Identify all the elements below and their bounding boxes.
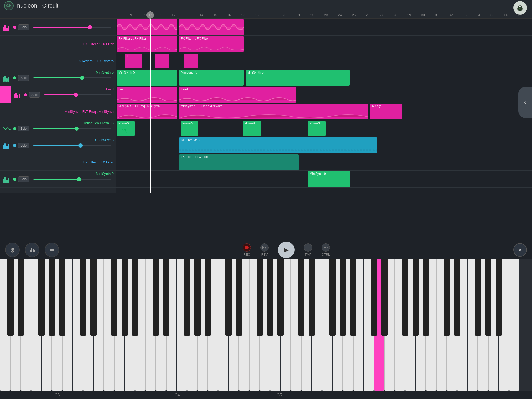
clip-reverb-1[interactable]: F...	[125, 54, 142, 68]
rev-ctrl[interactable]: ⏮ REV	[260, 243, 269, 256]
clip-crash-1[interactable]: HouseG...	[117, 121, 135, 136]
arrange-area[interactable]: 9101112131415161718192021222324252627282…	[116, 11, 532, 193]
clip-row-4: HouseG... HouseG... HouseG... HouseG...	[116, 120, 532, 137]
clip-lead-2[interactable]: Lead	[179, 87, 296, 103]
black-key-0-1[interactable]	[18, 259, 24, 336]
volume-knob-2[interactable]	[80, 76, 84, 80]
volume-knob-1[interactable]	[88, 25, 92, 29]
volume-knob-6[interactable]	[77, 177, 81, 181]
clip-row-3-lead: Lead Lead	[116, 86, 532, 103]
clip-filter-1[interactable]: FX Filter : : FX Filter	[117, 36, 177, 52]
eq-btn[interactable]	[25, 243, 39, 257]
rec-ctrl[interactable]: REC	[243, 243, 251, 256]
ctrl-ctrl[interactable]: ••• CTRL	[322, 243, 330, 256]
clip-filter-2[interactable]: FX Filter : : FX Filter	[179, 36, 244, 52]
clip-crash-4[interactable]: HouseG...	[308, 121, 326, 136]
clip-flt-2[interactable]: MiniSynth : FLT Freq : MiniSynth	[179, 104, 368, 119]
volume-track-2[interactable]	[33, 77, 111, 78]
black-key-6-1[interactable]	[454, 259, 460, 336]
volume-knob-5[interactable]	[78, 143, 83, 148]
black-key-3-4[interactable]	[277, 259, 284, 336]
black-key-1-3[interactable]	[122, 259, 128, 336]
black-key-1-4[interactable]	[132, 259, 138, 336]
black-key-5-1[interactable]	[381, 259, 388, 336]
solo-btn-3[interactable]: Solo	[29, 92, 40, 98]
black-key-0-2[interactable]	[38, 259, 45, 336]
solo-btn-5[interactable]: Solo	[18, 143, 29, 148]
pattern-btn[interactable]	[45, 243, 59, 257]
clip-row-1-main	[116, 19, 532, 36]
white-key-49[interactable]	[509, 259, 519, 391]
black-key-1-2[interactable]	[111, 259, 117, 336]
black-key-6-3[interactable]	[485, 259, 491, 336]
playhead[interactable]: 17	[150, 11, 151, 193]
black-key-4-1[interactable]	[309, 259, 315, 336]
black-key-2-3[interactable]	[194, 259, 201, 336]
black-key-5-0[interactable]	[371, 259, 377, 336]
black-key-5-3[interactable]	[413, 259, 419, 336]
clip-flt-1[interactable]: MiniSynth : FLT Freq : MiniSynth	[117, 104, 177, 119]
solo-btn-2[interactable]: Solo	[18, 75, 29, 81]
app-logo[interactable]: CH	[4, 1, 14, 10]
ruler-mark-21: 29	[407, 11, 411, 18]
black-key-2-4[interactable]	[205, 259, 211, 336]
clip-reverb-2[interactable]: F...	[155, 54, 169, 68]
clip-dw-filter[interactable]: FX Filter : : FX Filter	[179, 154, 299, 170]
black-key-6-4[interactable]	[496, 259, 502, 336]
black-key-0-4[interactable]	[59, 259, 65, 336]
clip-row1-2[interactable]	[179, 19, 244, 35]
solo-btn-1[interactable]: Solo	[18, 24, 29, 30]
black-key-0-3[interactable]	[49, 259, 55, 336]
solo-btn-6[interactable]: Solo	[18, 176, 29, 182]
black-key-0-0[interactable]	[7, 259, 14, 336]
black-key-4-4[interactable]	[350, 259, 356, 336]
tmp-ctrl[interactable]: ⏱ TMP	[304, 243, 312, 256]
volume-knob-3[interactable]	[74, 93, 78, 97]
black-key-2-1[interactable]	[163, 259, 169, 336]
close-button[interactable]: ×	[513, 243, 527, 257]
black-key-1-1[interactable]	[90, 259, 97, 336]
black-key-6-0[interactable]	[444, 259, 450, 336]
clip-flt-3[interactable]: MiniSy...	[370, 104, 402, 119]
black-key-4-3[interactable]	[340, 259, 346, 336]
black-key-3-2[interactable]	[257, 259, 263, 336]
black-key-3-0[interactable]	[225, 259, 232, 336]
clip-ms9[interactable]: MiniSynth 9	[308, 171, 350, 187]
volume-track-3[interactable]	[44, 94, 111, 95]
track-name-5: DirectWave 8	[93, 138, 114, 142]
black-key-5-4[interactable]	[423, 259, 429, 336]
volume-knob-4[interactable]	[75, 127, 79, 131]
clip-ms5-1[interactable]: MiniSynth 5	[117, 70, 177, 86]
black-key-4-0[interactable]	[298, 259, 304, 336]
volume-track-4[interactable]	[33, 128, 111, 129]
volume-fill-6	[33, 179, 81, 180]
clip-ms5-3[interactable]: MiniSynth 5	[246, 70, 350, 86]
volume-track-6[interactable]	[33, 179, 111, 180]
track-dot-2	[13, 76, 16, 79]
black-key-5-2[interactable]	[402, 259, 408, 336]
black-key-6-2[interactable]	[475, 259, 481, 336]
black-key-3-1[interactable]	[236, 259, 242, 336]
volume-track-1[interactable]	[33, 27, 111, 28]
app-corner-logo	[513, 1, 527, 15]
clip-lead-1[interactable]: Lead	[117, 87, 177, 103]
black-key-2-0[interactable]	[153, 259, 159, 336]
play-button[interactable]: ▶	[278, 242, 295, 258]
volume-track-5[interactable]	[33, 145, 111, 146]
clip-ms5-2[interactable]: MiniSynth 5	[179, 70, 244, 86]
ruler-mark-28: 36	[504, 11, 508, 18]
black-key-3-3[interactable]	[267, 259, 273, 336]
black-key-4-2[interactable]	[329, 259, 336, 336]
black-key-2-2[interactable]	[184, 259, 190, 336]
nav-arrow[interactable]: ‹	[518, 87, 532, 118]
clip-crash-3[interactable]: HouseG...	[243, 121, 261, 136]
track-dot-6	[13, 178, 16, 181]
clip-row1-1[interactable]	[117, 19, 177, 35]
clip-reverb-3[interactable]: F...	[184, 54, 198, 68]
mixer-btn[interactable]	[5, 243, 20, 257]
clip-crash-2[interactable]: HouseG...	[181, 121, 198, 136]
solo-btn-4[interactable]: Solo	[18, 126, 29, 131]
clip-dw[interactable]: DirectWave 8	[179, 137, 377, 153]
piano-keys[interactable]	[0, 259, 532, 391]
black-key-1-0[interactable]	[80, 259, 86, 336]
